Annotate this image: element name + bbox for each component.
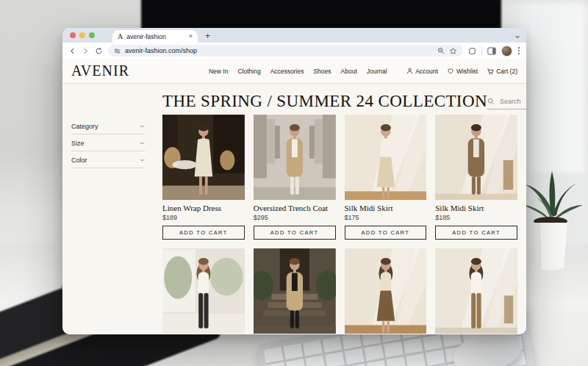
profile-avatar[interactable] [501,46,512,57]
minimize-window-button[interactable] [79,32,85,38]
zoom-window-button[interactable] [89,32,95,38]
site-logo[interactable]: AVENIR [71,62,129,79]
wishlist-link[interactable]: Wishlist [447,68,478,75]
close-window-button[interactable] [70,32,76,38]
account-link[interactable]: Account [406,68,438,75]
screenshot-stage: A avenir-fashion × + avenir-fashion.com/… [0,0,588,366]
product-name[interactable]: Linen Wrap Dress [162,204,245,212]
back-button[interactable] [68,47,76,55]
product-price: $185 [435,214,517,221]
add-to-cart-button[interactable]: ADD TO CART [162,226,245,240]
menu-kebab-icon[interactable] [517,46,520,55]
product-image[interactable] [345,115,427,200]
chevron-down-icon [140,141,145,146]
search-box[interactable] [487,97,526,110]
heart-icon [447,68,454,74]
user-links: Account Wishlist Cart (2) [406,68,517,75]
product-image[interactable] [435,248,517,334]
site-favicon: A [118,32,123,40]
product-price: $295 [254,214,336,221]
product-card [435,248,517,334]
address-bar[interactable]: avenir-fashion.com/shop [108,45,463,57]
title-row: THE SPRING / SUMMER 24 COLLECTION [162,90,517,113]
product-price: $175 [345,214,427,221]
filter-size[interactable]: Size [71,134,145,151]
extensions-icon[interactable] [468,47,476,55]
search-input[interactable] [498,97,526,106]
tab-close-icon[interactable]: × [189,33,193,40]
product-image[interactable] [162,115,245,200]
bookmark-star-icon[interactable] [449,47,457,55]
cart-icon [487,68,494,75]
filter-sidebar: Category Size Color [71,90,145,334]
nav-about[interactable]: About [341,68,357,75]
filter-color[interactable]: Color [71,151,145,168]
product-image[interactable] [345,248,427,334]
forward-button[interactable] [82,47,90,55]
add-to-cart-button[interactable]: ADD TO CART [345,226,427,240]
nav-clothing[interactable]: Clothing [237,68,260,75]
product-image[interactable] [254,115,336,200]
site-header: AVENIR New In Clothing Accessories Shoes… [62,59,526,84]
product-card [254,248,336,334]
product-card: Silk Midi Skirt $175 ADD TO CART [345,115,427,240]
shop-page: Category Size Color THE SPRING / SUMMER … [62,84,526,334]
product-price: $189 [162,214,245,221]
product-grid: Linen Wrap Dress $189 ADD TO CART Oversi… [162,115,517,334]
add-to-cart-button[interactable]: ADD TO CART [435,226,517,240]
zoom-icon[interactable] [437,47,445,54]
nav-new-in[interactable]: New In [209,68,228,75]
product-card: Linen Wrap Dress $189 ADD TO CART [162,115,245,240]
tab-strip: A avenir-fashion × + [62,28,526,43]
account-icon [406,68,413,74]
tab-title: avenir-fashion [126,33,165,40]
product-image[interactable] [254,248,336,334]
product-card: Silk Midi Skirt $185 ADD TO CART [435,115,517,240]
new-tab-button[interactable]: + [205,32,210,40]
product-card [162,248,245,334]
product-card: Oversized Trench Coat $295 ADD TO CART [254,115,336,240]
filter-category[interactable]: Category [71,118,145,134]
product-image[interactable] [162,248,245,334]
side-panel-icon[interactable] [487,47,496,55]
window-controls [70,32,95,38]
url-text: avenir-fashion.com/shop [125,47,197,54]
product-name[interactable]: Silk Midi Skirt [345,204,427,212]
product-name[interactable]: Oversized Trench Coat [254,204,336,212]
product-name[interactable]: Silk Midi Skirt [435,204,517,212]
chevron-down-icon [140,124,145,129]
page-title: THE SPRING / SUMMER 24 COLLECTION [162,92,487,111]
reload-button[interactable] [95,47,103,55]
add-to-cart-button[interactable]: ADD TO CART [254,226,336,240]
browser-tab[interactable]: A avenir-fashion × [112,30,198,43]
cart-link[interactable]: Cart (2) [487,68,517,75]
product-image[interactable] [435,115,517,200]
site-settings-icon [114,48,121,54]
main-nav: New In Clothing Accessories Shoes About … [209,68,387,75]
browser-toolbar: avenir-fashion.com/shop [62,43,526,59]
nav-journal[interactable]: Journal [367,68,387,75]
search-icon [487,98,495,105]
chevron-down-icon [140,158,145,162]
collection-main: THE SPRING / SUMMER 24 COLLECTION Linen … [162,90,517,334]
product-card [345,248,427,334]
nav-shoes[interactable]: Shoes [313,68,331,75]
tab-search-chevron-icon[interactable] [514,34,520,40]
browser-window: A avenir-fashion × + avenir-fashion.com/… [62,28,526,334]
nav-accessories[interactable]: Accessories [270,68,304,75]
